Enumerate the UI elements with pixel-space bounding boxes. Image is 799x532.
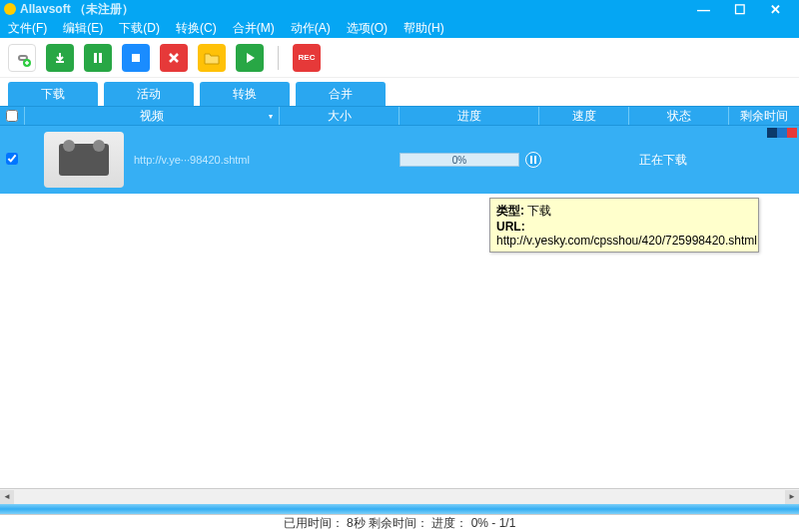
svg-rect-2 [99,53,102,63]
row-action-icons [767,128,797,138]
tooltip-type-value: 下载 [527,204,551,218]
menu-download[interactable]: 下载(D) [119,20,160,37]
pause-icon [530,156,536,164]
row-status: 正在下载 [639,152,687,169]
minimize-button[interactable]: — [697,2,710,17]
overall-progress-bar [0,504,799,514]
column-speed[interactable]: 速度 [538,107,628,125]
svg-rect-3 [132,54,140,62]
stop-icon [130,52,142,64]
menu-help[interactable]: 帮助(H) [403,20,444,37]
column-remaining[interactable]: 剩余时间 [728,107,799,125]
toolbar: REC [0,38,799,78]
download-row[interactable]: http://v.ye···98420.shtml 0% 正在下载 [0,126,799,194]
row-progress: 0% [400,152,541,168]
download-list: http://v.ye···98420.shtml 0% 正在下载 类型: 下载… [0,126,799,488]
tab-convert[interactable]: 转换 [200,82,290,106]
folder-icon [204,51,220,65]
row-checkbox-cell [0,153,24,168]
column-video[interactable]: 视频 [24,107,279,125]
menu-action[interactable]: 动作(A) [291,20,331,37]
link-icon [13,49,31,67]
scroll-track[interactable] [14,490,785,504]
menu-file[interactable]: 文件(F) [8,20,47,37]
stop-button[interactable] [122,44,150,72]
app-icon [4,3,16,15]
column-progress[interactable]: 进度 [399,107,538,125]
svg-rect-5 [534,156,536,164]
row-pause-button[interactable] [525,152,541,168]
pause-button[interactable] [84,44,112,72]
window-controls: — ☐ ✕ [697,2,799,17]
menu-edit[interactable]: 编辑(E) [63,20,103,37]
progress-bar: 0% [400,153,519,167]
open-folder-button[interactable] [198,44,226,72]
pause-icon [92,52,104,64]
svg-rect-4 [530,156,532,164]
row-icon-2[interactable] [777,128,787,138]
select-all-column[interactable] [0,110,24,122]
maximize-button[interactable]: ☐ [734,2,746,17]
window-title: Allavsoft （未注册） [20,1,134,18]
video-thumbnail [44,132,124,188]
row-icon-1[interactable] [767,128,777,138]
record-button[interactable]: REC [293,44,321,72]
row-url: http://v.ye···98420.shtml [134,154,250,166]
scroll-left-button[interactable]: ◄ [0,490,14,504]
title-bar: Allavsoft （未注册） — ☐ ✕ [0,0,799,18]
menu-merge[interactable]: 合并(M) [233,20,275,37]
column-header: 视频 大小 进度 速度 状态 剩余时间 [0,106,799,126]
row-icon-3[interactable] [787,128,797,138]
tooltip-url-label: URL: [496,220,525,234]
play-icon [244,52,256,64]
svg-rect-1 [94,53,97,63]
download-icon [53,51,67,65]
x-icon [168,52,180,64]
download-button[interactable] [46,44,74,72]
tab-activity[interactable]: 活动 [104,82,194,106]
tooltip-type-label: 类型: [496,204,524,218]
play-button[interactable] [236,44,264,72]
toolbar-separator [278,46,279,70]
tooltip-url-value: http://v.yesky.com/cpsshou/420/725998420… [496,234,752,248]
tooltip: 类型: 下载 URL: http://v.yesky.com/cpsshou/4… [489,198,759,253]
status-bar: 已用时间： 8秒 剩余时间： 进度： 0% - 1/1 [0,514,799,532]
tab-row: 下载 活动 转换 合并 [0,78,799,106]
status-text: 已用时间： 8秒 剩余时间： 进度： 0% - 1/1 [284,515,516,532]
horizontal-scrollbar[interactable]: ◄ ► [0,488,799,504]
column-size[interactable]: 大小 [279,107,399,125]
menu-bar: 文件(F) 编辑(E) 下载(D) 转换(C) 合并(M) 动作(A) 选项(O… [0,18,799,38]
menu-options[interactable]: 选项(O) [347,20,388,37]
column-status[interactable]: 状态 [628,107,728,125]
film-icon [59,144,109,176]
tab-download[interactable]: 下载 [8,82,98,106]
paste-url-button[interactable] [8,44,36,72]
tab-merge[interactable]: 合并 [296,82,386,106]
row-checkbox[interactable] [6,153,18,165]
delete-button[interactable] [160,44,188,72]
close-button[interactable]: ✕ [770,2,781,17]
select-all-checkbox[interactable] [6,110,18,122]
menu-convert[interactable]: 转换(C) [176,20,217,37]
scroll-right-button[interactable]: ► [785,490,799,504]
